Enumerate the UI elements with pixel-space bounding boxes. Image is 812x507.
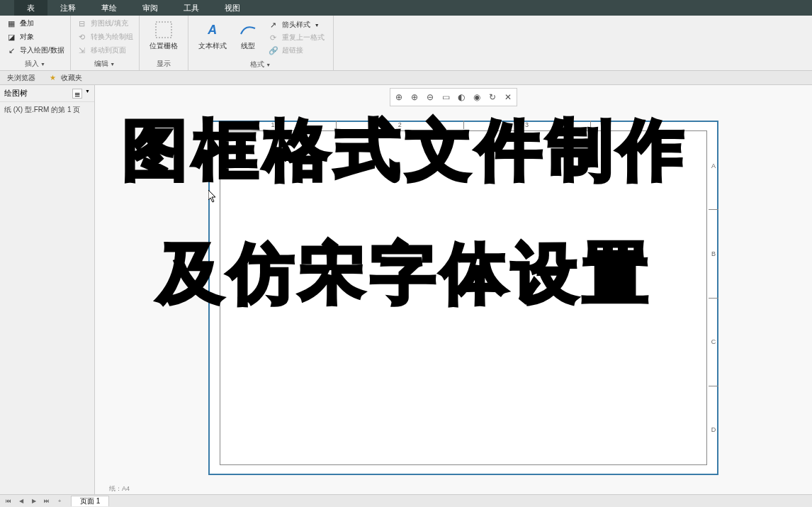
arrow-style-button[interactable]: ↗ 箭头样式 ▼ (266, 18, 326, 31)
dropdown-icon: ▼ (266, 62, 271, 67)
star-icon: ★ (50, 74, 58, 82)
nav-first-button[interactable]: ⏮ (3, 496, 14, 506)
move-page-button: ⇲ 移动到页面 (75, 44, 135, 57)
ribbon-insert-group: ▦ 叠加 ◪ 对象 ↙ 导入绘图/数据 插入▼ (0, 16, 71, 70)
row-marker: C (709, 299, 718, 386)
view-button[interactable]: ◉ (470, 90, 484, 104)
format-group-label: 格式▼ (193, 58, 329, 69)
display-group-label: 显示 (144, 57, 184, 69)
nav-next-button[interactable]: ▶ (28, 496, 40, 506)
row-markers: A B C D (709, 122, 718, 474)
col-marker: 4 (591, 121, 717, 129)
menu-annotate[interactable]: 注释 (47, 0, 89, 16)
sidebar-header: 绘图树 ≡ ▼ (0, 85, 94, 102)
tabs-bar: 夹浏览器 ★ 收藏夹 (0, 71, 812, 85)
ribbon: ▦ 叠加 ◪ 对象 ↙ 导入绘图/数据 插入▼ ⊟ 剪图线/填充 ⟲ 转换 (0, 16, 812, 71)
grid-label: 位置栅格 (150, 41, 178, 51)
page-nav: ⏮ ◀ ▶ ⏭ + (3, 496, 65, 506)
menu-tools[interactable]: 工具 (171, 0, 212, 16)
zoom-in-button[interactable]: ⊕ (407, 90, 422, 104)
dropdown-icon: ▼ (110, 62, 115, 67)
grid-icon (154, 20, 174, 40)
line-style-button[interactable]: 线型 (232, 17, 264, 58)
overlay-label: 叠加 (20, 18, 34, 28)
convert-draw-button: ⟲ 转换为绘制组 (75, 30, 135, 43)
row-marker: B (709, 210, 718, 298)
tree-label: 绘图树 (4, 88, 28, 99)
paper-size-label: 纸：A4 (109, 484, 130, 494)
canvas-footer: 纸：A4 (95, 483, 812, 494)
nav-prev-button[interactable]: ◀ (16, 496, 27, 506)
repeat-format-button: ⟳ 重复上一格式 (266, 31, 326, 44)
col-marker: 3 (464, 121, 591, 129)
favorites-tab-label: 收藏夹 (61, 73, 82, 83)
overlay-button[interactable]: ▦ 叠加 (4, 17, 66, 30)
menu-table[interactable]: 表 (14, 0, 47, 16)
canvas-toolbar: ⊕ ⊕ ⊖ ▭ ◐ ◉ ↻ ✕ (390, 88, 517, 106)
row-marker: D (709, 386, 718, 474)
dropdown-icon[interactable]: ▼ (85, 89, 90, 99)
convert-label: 转换为绘制组 (91, 32, 133, 42)
inner-frame (220, 130, 707, 465)
hyperlink-label: 超链接 (282, 45, 303, 55)
row-marker: A (709, 122, 718, 210)
ribbon-display-group: 位置栅格 显示 (140, 16, 188, 70)
arrow-label: 箭头样式 (282, 20, 310, 30)
settings-button[interactable]: ✕ (501, 90, 515, 104)
ribbon-format-group: A 文本样式 线型 ↗ 箭头样式 ▼ ⟳ 重复上一格式 (188, 16, 334, 70)
import-label: 导入绘图/数据 (20, 45, 64, 55)
column-markers: 1 2 3 4 (210, 121, 717, 129)
text-style-icon: A (203, 20, 222, 40)
favorites-tab[interactable]: ★ 收藏夹 (43, 72, 89, 84)
insert-group-label: 插入▼ (4, 57, 66, 69)
cursor-icon (208, 190, 217, 203)
nav-add-button[interactable]: + (54, 496, 65, 506)
page-tab[interactable]: 页面 1 (71, 496, 109, 506)
nav-last-button[interactable]: ⏭ (41, 496, 52, 506)
ribbon-edit-group: ⊟ 剪图线/填充 ⟲ 转换为绘制组 ⇲ 移动到页面 编辑▼ (71, 16, 140, 70)
import-icon: ↙ (6, 45, 17, 56)
browser-tab-label: 夹浏览器 (7, 73, 35, 83)
main-area: 绘图树 ≡ ▼ 纸 (X) 型.FRM 的第 1 页 ⊕ ⊕ ⊖ ▭ ◐ ◉ ↻… (0, 85, 812, 494)
col-marker: 2 (337, 121, 463, 129)
line-style-label: 线型 (241, 41, 255, 51)
text-style-button[interactable]: A 文本样式 (193, 17, 232, 58)
import-data-button[interactable]: ↙ 导入绘图/数据 (4, 44, 66, 57)
edit-group-label: 编辑▼ (75, 57, 135, 69)
col-marker: 1 (210, 121, 337, 129)
move-icon: ⇲ (77, 45, 88, 56)
rotate-button[interactable]: ◐ (454, 90, 468, 104)
refresh-button[interactable]: ↻ (485, 90, 500, 104)
object-button[interactable]: ◪ 对象 (4, 30, 66, 43)
line-style-icon (238, 20, 258, 40)
dropdown-icon: ▼ (315, 23, 320, 28)
move-label: 移动到页面 (91, 45, 126, 55)
link-icon: 🔗 (268, 45, 279, 56)
sidebar-tree-item[interactable]: 纸 (X) 型.FRM 的第 1 页 (0, 102, 94, 118)
convert-icon: ⟲ (77, 31, 88, 43)
text-style-label: 文本样式 (198, 41, 227, 51)
trim-label: 剪图线/填充 (91, 18, 128, 28)
repeat-icon: ⟳ (268, 32, 279, 43)
zoom-out-button[interactable]: ⊖ (423, 90, 437, 104)
trim-icon: ⊟ (77, 18, 88, 29)
sidebar: 绘图树 ≡ ▼ 纸 (X) 型.FRM 的第 1 页 (0, 85, 95, 494)
repeat-label: 重复上一格式 (282, 33, 325, 43)
overlay-icon: ▦ (6, 18, 17, 29)
menu-view[interactable]: 视图 (212, 0, 253, 16)
canvas-area[interactable]: ⊕ ⊕ ⊖ ▭ ◐ ◉ ↻ ✕ 1 2 3 4 A B C D (95, 85, 812, 494)
grid-button[interactable]: 位置栅格 (144, 17, 184, 54)
menu-bar: 表 注释 草绘 审阅 工具 视图 (0, 0, 812, 16)
arrow-icon: ↗ (268, 19, 279, 30)
menu-review[interactable]: 审阅 (130, 0, 171, 16)
dropdown-icon: ▼ (40, 62, 45, 67)
sidebar-list-button[interactable]: ≡ (72, 89, 82, 99)
zoom-fit-button[interactable]: ⊕ (392, 90, 406, 104)
trim-fill-button: ⊟ 剪图线/填充 (75, 17, 135, 30)
menu-sketch[interactable]: 草绘 (89, 0, 130, 16)
hyperlink-button: 🔗 超链接 (266, 44, 326, 57)
pan-button[interactable]: ▭ (439, 90, 453, 104)
drawing-frame[interactable]: 1 2 3 4 A B C D (208, 121, 718, 475)
browser-tab[interactable]: 夹浏览器 (0, 72, 43, 84)
object-icon: ◪ (6, 31, 17, 43)
